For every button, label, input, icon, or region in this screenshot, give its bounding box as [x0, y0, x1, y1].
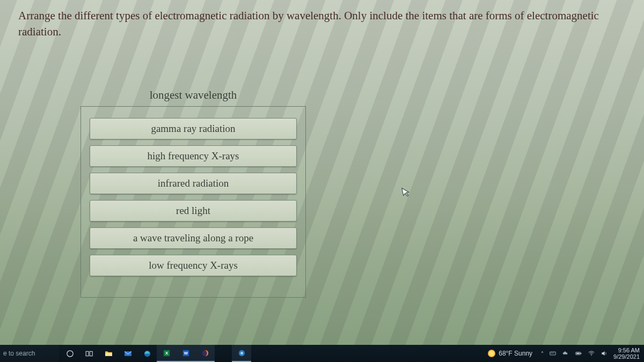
app-icon[interactable] [232, 345, 251, 362]
svg-rect-2 [90, 351, 92, 356]
mouse-cursor-icon [401, 186, 413, 201]
clock-time: 9:56 AM [613, 347, 640, 353]
taskbar-search[interactable]: e to search [0, 345, 59, 362]
drag-item[interactable]: low frequency X-rays [90, 255, 297, 276]
svg-rect-18 [576, 353, 580, 354]
taskbar-clock[interactable]: 9:56 AM 9/29/2021 [611, 346, 644, 361]
svg-text:W: W [184, 351, 188, 356]
weather-widget[interactable]: 68°F Sunny [482, 345, 538, 362]
svg-rect-1 [86, 351, 89, 356]
drag-item[interactable]: red light [90, 200, 297, 221]
svg-text:X: X [165, 351, 168, 356]
axis-label-top: longest wavelength [80, 88, 306, 102]
svg-rect-14 [552, 353, 553, 353]
excel-icon[interactable]: X [157, 345, 176, 362]
input-icon[interactable] [549, 350, 557, 357]
drag-item[interactable]: a wave traveling along a rope [90, 227, 297, 249]
sun-icon [488, 350, 495, 357]
chevron-up-icon[interactable]: ˄ [541, 351, 544, 357]
svg-rect-13 [551, 353, 552, 353]
wifi-icon[interactable] [588, 350, 595, 357]
drag-item[interactable]: high frequency X-rays [90, 145, 297, 167]
sort-widget: longest wavelength gamma ray radiation h… [80, 88, 306, 298]
battery-icon[interactable] [575, 350, 582, 357]
drag-item[interactable]: gamma ray radiation [90, 118, 297, 139]
task-view-icon[interactable] [79, 345, 99, 362]
weather-text: 68°F Sunny [499, 350, 532, 357]
question-prompt: Arrange the different types of electroma… [0, 0, 644, 40]
file-explorer-icon[interactable] [99, 345, 118, 362]
drag-item[interactable]: infrared radiation [90, 173, 297, 194]
windows-taskbar: e to search X W 6 [0, 345, 644, 362]
volume-icon[interactable] [601, 350, 608, 357]
onedrive-icon[interactable] [562, 350, 569, 357]
firefox-icon[interactable] [195, 345, 215, 362]
taskbar-pinned-apps: X W [60, 345, 251, 362]
svg-rect-17 [581, 353, 581, 354]
cortana-icon[interactable] [60, 345, 79, 362]
quiz-content-area: Arrange the different types of electroma… [0, 0, 644, 345]
svg-point-19 [591, 355, 592, 356]
mail-icon[interactable] [118, 345, 137, 362]
word-icon[interactable]: W [176, 345, 195, 362]
drop-zone[interactable]: gamma ray radiation high frequency X-ray… [80, 106, 306, 298]
svg-point-0 [67, 350, 72, 356]
svg-rect-15 [553, 353, 554, 353]
system-tray[interactable]: ˄ [538, 350, 611, 357]
clock-date: 9/29/2021 [613, 353, 640, 360]
svg-rect-3 [105, 353, 112, 356]
search-placeholder-text: e to search [3, 350, 35, 357]
edge-icon[interactable] [137, 345, 157, 362]
